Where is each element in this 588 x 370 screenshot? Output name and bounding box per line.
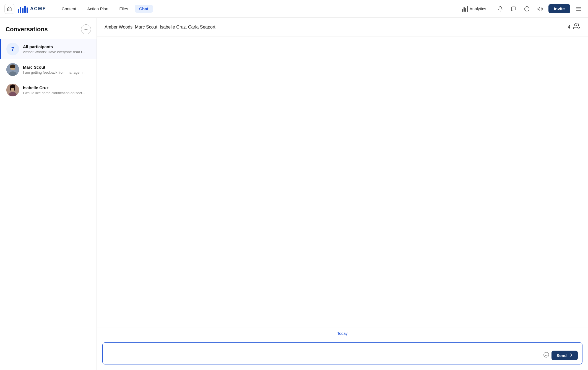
nav-divider: [491, 5, 491, 13]
participants-icon: [573, 23, 580, 32]
chat-today-divider: Today: [97, 328, 588, 339]
sidebar-title: Conversations: [6, 26, 48, 33]
chat-messages: [97, 37, 588, 328]
top-navigation: ACME Content Action Plan Files Chat Anal…: [0, 0, 588, 18]
sidebar-header: Conversations +: [0, 18, 97, 39]
svg-rect-16: [10, 86, 15, 88]
add-conversation-button[interactable]: +: [81, 24, 91, 34]
svg-point-17: [574, 24, 577, 26]
chat-input-actions: Send: [543, 351, 578, 360]
avatar-isabelle: [6, 84, 19, 96]
analytics-link[interactable]: Analytics: [462, 6, 486, 12]
analytics-icon: [462, 6, 468, 12]
analytics-label: Analytics: [470, 6, 486, 11]
invite-button[interactable]: Invite: [548, 4, 570, 13]
chat-message-input[interactable]: [107, 346, 543, 360]
avatar-marc: [6, 63, 19, 76]
chat-participants-label: Amber Woods, Marc Scout, Isabelle Cruz, …: [105, 25, 215, 30]
notification-button[interactable]: [495, 4, 505, 14]
chat-input-box: Send: [102, 342, 582, 364]
logo-icon: [18, 5, 28, 13]
svg-rect-9: [10, 66, 15, 68]
conversation-preview-isabelle: I would like some clarification on sect.…: [23, 91, 91, 95]
conversation-item-marc[interactable]: Marc Scout I am getting feedback from ma…: [0, 59, 97, 80]
chat-header: Amber Woods, Marc Scout, Isabelle Cruz, …: [97, 18, 588, 37]
nav-chat[interactable]: Chat: [135, 5, 153, 13]
svg-point-18: [544, 352, 549, 357]
svg-marker-1: [538, 7, 540, 11]
logo-text: ACME: [30, 6, 46, 12]
avatar-all: 7: [6, 43, 19, 55]
today-label: Today: [337, 331, 347, 336]
conversation-name-marc: Marc Scout: [23, 65, 91, 70]
main-layout: Conversations + 7 All participants Amber…: [0, 18, 588, 370]
announcement-button[interactable]: [535, 4, 545, 14]
conversation-info-isabelle: Isabelle Cruz I would like some clarific…: [23, 85, 91, 95]
nav-links: Content Action Plan Files Chat: [57, 5, 462, 13]
conversation-preview-marc: I am getting feedback from managem...: [23, 70, 91, 74]
conversation-name-all: All participants: [23, 44, 91, 49]
messages-button[interactable]: [509, 4, 519, 14]
menu-button[interactable]: [574, 4, 584, 14]
conversation-name-isabelle: Isabelle Cruz: [23, 85, 91, 90]
send-arrow-icon: [568, 353, 573, 358]
emoji-button[interactable]: [543, 352, 549, 359]
conversation-item-isabelle[interactable]: Isabelle Cruz I would like some clarific…: [0, 80, 97, 100]
chat-input-area: Send: [97, 339, 588, 370]
send-label: Send: [556, 353, 567, 358]
nav-files[interactable]: Files: [115, 5, 133, 13]
nav-action-plan[interactable]: Action Plan: [83, 5, 113, 13]
chat-area: Amber Woods, Marc Scout, Isabelle Cruz, …: [97, 18, 588, 370]
chat-bubble-button[interactable]: [522, 4, 532, 14]
conversation-info-all: All participants Amber Woods: Have every…: [23, 44, 91, 54]
conversation-list: 7 All participants Amber Woods: Have eve…: [0, 39, 97, 370]
conversation-preview-all: Amber Woods: Have everyone read t...: [23, 50, 91, 54]
home-button[interactable]: [4, 4, 14, 14]
conversation-info-marc: Marc Scout I am getting feedback from ma…: [23, 65, 91, 74]
nav-content[interactable]: Content: [57, 5, 81, 13]
send-button[interactable]: Send: [551, 351, 578, 360]
logo: ACME: [18, 5, 46, 13]
conversation-item-all[interactable]: 7 All participants Amber Woods: Have eve…: [0, 39, 97, 59]
participant-count: 4: [568, 25, 570, 30]
chat-header-right: 4: [568, 23, 580, 32]
conversations-sidebar: Conversations + 7 All participants Amber…: [0, 18, 97, 370]
nav-right-actions: Analytics Invite: [462, 4, 584, 14]
